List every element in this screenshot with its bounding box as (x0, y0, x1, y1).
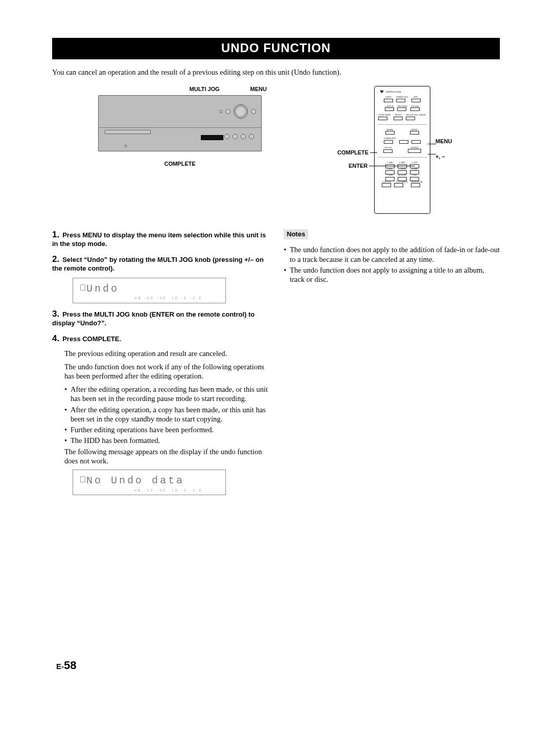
step-3-text: Press the MULTI JOG knob (ENTER on the r… (52, 310, 255, 327)
step-4-line1: The previous editing operation and resul… (64, 349, 268, 358)
left-column: 1.Press MENU to display the menu item se… (52, 229, 268, 500)
step-3: 3.Press the MULTI JOG knob (ENTER on the… (52, 308, 268, 328)
label-complete-unit: COMPLETE (73, 161, 287, 167)
remote-btn-enter (408, 149, 421, 153)
lead-plusminus (428, 154, 436, 154)
lcd-text-noundo: No Undo data (86, 474, 185, 487)
remote-figure: OPEN/CLOSE COPY TIMER REC REC A.M.Q.R. F… (328, 86, 481, 219)
open-close-icon (380, 91, 384, 93)
transport-btn-4 (249, 134, 254, 139)
remote-btn-complete (384, 140, 393, 144)
remote-btn-text-label: TEXT/TIME (378, 114, 390, 117)
remote-btn-erase (410, 107, 420, 111)
remote-divider-1 (378, 124, 427, 125)
remote-open-close: OPEN/CLOSE (380, 91, 427, 93)
remote-row-5: COMPLETE − + (378, 138, 427, 144)
remote-row-1: COPY TIMER REC REC (378, 96, 427, 102)
remote-btn-finalize (397, 107, 406, 111)
remote-btn-complete-label: COMPLETE (384, 138, 396, 140)
num-0 (382, 183, 391, 187)
unit-display (201, 135, 223, 140)
bullet-1: After the editing operation, a recording… (64, 385, 268, 403)
transport-btn-3 (241, 134, 246, 139)
label-menu: MENU (250, 86, 267, 92)
lead-enter (369, 166, 415, 166)
step-4-bullets: After the editing operation, a recording… (64, 385, 268, 445)
unit-top-panel (99, 96, 261, 128)
bullet-2: After the editing operation, a copy has … (64, 405, 268, 424)
transport-controls (224, 134, 254, 139)
remote-btn-clear-label: CLEAR (383, 147, 393, 149)
step-2-text: Select “Undo” by rotating the MULTI JOG … (52, 256, 264, 272)
num-prog (411, 183, 420, 187)
remote-btn-trackno-label: TRACK NO. WRITE (406, 114, 426, 117)
remote-row-2: A.M.Q.R. FINALIZE ERASE (378, 105, 427, 112)
knob-r (251, 109, 256, 114)
num-10 (394, 183, 403, 187)
step-4-line2: The undo function does not work if any o… (64, 362, 268, 381)
multi-jog-knob-group (234, 104, 248, 119)
transport-btn-1 (224, 134, 229, 139)
main-unit-body: ◎ (98, 95, 262, 151)
step-4-line3: The following message appears on the dis… (64, 447, 268, 465)
remote-btn-finalize-label: FINALIZE (397, 105, 407, 108)
remote-btn-input (394, 117, 403, 120)
note-2: The undo function does not apply to assi… (284, 265, 500, 284)
open-close-label: OPEN/CLOSE (386, 91, 401, 93)
page-num: 58 (64, 659, 76, 672)
unit-bottom-panel: ◎ (99, 128, 261, 151)
remote-divider-2 (378, 157, 427, 158)
figures-row: MULTI JOG MENU ◎ (52, 86, 500, 219)
steps-list-2: 3.Press the MULTI JOG knob (ENTER on the… (52, 308, 268, 344)
content-columns: 1.Press MENU to display the menu item se… (52, 229, 500, 500)
page: UNDO FUNCTION You can cancel an operatio… (52, 38, 500, 500)
label-multi-jog: MULTI JOG (190, 86, 220, 92)
note-1: The undo function does not apply to the … (284, 245, 500, 263)
lcd-subscale-1: dB -60 -30 -10 -6 -2 0 (134, 296, 202, 301)
step-1: 1.Press MENU to display the menu item se… (52, 229, 268, 249)
multi-jog-knob (234, 104, 248, 119)
lcd-panel-undo: Undo dB -60 -30 -10 -6 -2 0 (73, 278, 226, 303)
unit-small-button-1 (219, 110, 222, 113)
remote-btn-mode-label: MODE (385, 129, 395, 131)
remote-body: OPEN/CLOSE COPY TIMER REC REC A.M.Q.R. F… (374, 86, 430, 214)
remote-btn-timer-label: TIMER REC (396, 96, 408, 99)
page-prefix: E- (56, 662, 64, 671)
remote-btn-copy (384, 99, 393, 102)
small-knob (225, 109, 231, 114)
step-4-title: Press COMPLETE. (62, 335, 121, 343)
bullet-3: Further editing operations have been per… (64, 425, 268, 434)
lead-complete (370, 152, 377, 153)
num-10-label: +10 SYMBOL (394, 181, 408, 184)
remote-btn-amqr (385, 107, 394, 111)
knob-l (225, 109, 231, 114)
step-2: 2.Select “Undo” by rotating the MULTI JO… (52, 254, 268, 273)
remote-btn-text (378, 117, 387, 120)
notes-bullets: The undo function does not apply to the … (284, 245, 500, 284)
intro-text: You can cancel an operation and the resu… (52, 68, 500, 77)
lcd-text-undo: Undo (86, 282, 119, 295)
remote-row-4: MODE MENU (378, 129, 427, 135)
remote-btn-minus (399, 140, 408, 144)
lcd-icon (80, 284, 85, 291)
cd-mark-icon: ◎ (124, 144, 127, 148)
remote-btn-menu-label: MENU (410, 129, 419, 131)
right-column: Notes The undo function does not apply t… (284, 229, 500, 500)
num-prog-label: PROGRAM (411, 181, 422, 184)
num-8-label: 8 VWX (398, 174, 407, 177)
remote-btn-amqr-label: A.M.Q.R. (385, 105, 394, 108)
lcd-icon-2 (80, 476, 85, 482)
menu-small-knob (251, 109, 256, 114)
remote-btn-clear (383, 149, 393, 153)
callout-complete: COMPLETE (337, 149, 369, 155)
lcd-panel-noundo: No Undo data dB -60 -30 -10 -6 -2 0 (73, 470, 226, 495)
lcd-subscale-2: dB -60 -30 -10 -6 -2 0 (134, 488, 202, 493)
callout-plus-minus: +, – (435, 153, 445, 160)
num-5-label: 5 MNO (398, 168, 407, 171)
callout-enter: ENTER (349, 163, 367, 169)
bullet-4: The HDD has been formatted. (64, 436, 268, 445)
remote-btn-input-label: INPUT (394, 114, 403, 117)
main-unit-figure: MULTI JOG MENU ◎ (73, 86, 287, 167)
step-1-text: Press MENU to display the menu item sele… (52, 231, 266, 248)
lead-menu (428, 144, 436, 144)
